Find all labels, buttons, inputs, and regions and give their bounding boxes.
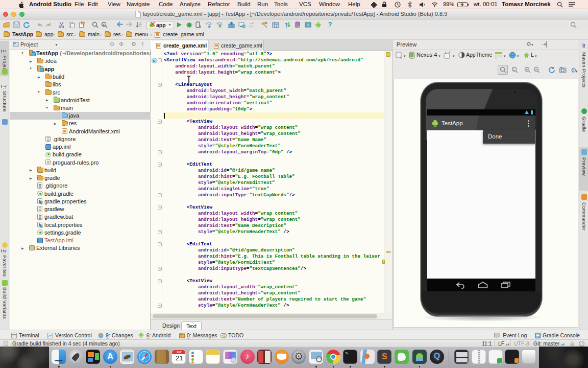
svg-text:A: A: [103, 24, 105, 27]
svg-text:VCS: VCS: [216, 22, 223, 25]
svg-text:1: 1: [513, 68, 514, 71]
svg-text:VCS: VCS: [206, 22, 212, 25]
